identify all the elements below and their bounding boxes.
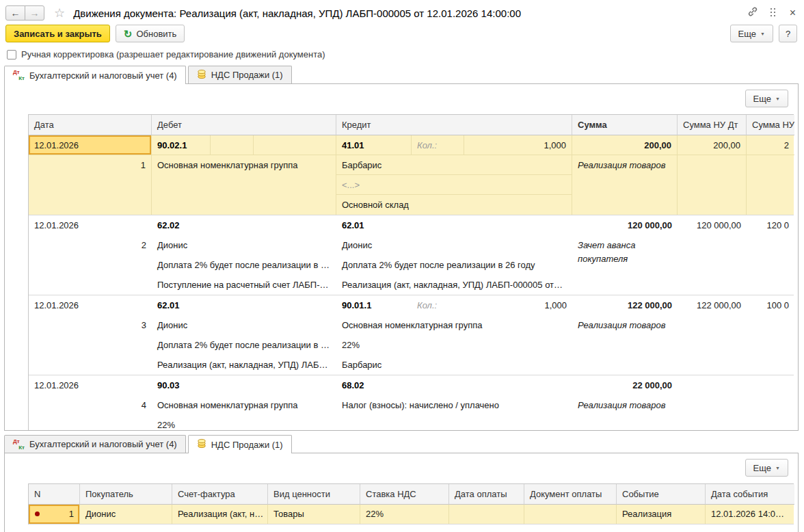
cell-sum-nu-dt[interactable]: 120 000,00 xyxy=(678,215,747,235)
cell-buyer[interactable]: Дионис xyxy=(80,505,172,524)
cell-date[interactable]: 12.01.2026 xyxy=(29,375,152,395)
cell-credit-analytics[interactable]: Дионис xyxy=(336,235,572,255)
cell-credit-analytics[interactable]: Реализация (акт, накладная, УПД) ЛАБП-00… xyxy=(336,275,572,295)
help-button[interactable]: ? xyxy=(779,25,797,42)
cell-debit-analytics[interactable]: Основная номенклатурная группа xyxy=(152,155,336,215)
posting-row-1[interactable]: 12.01.2026 90.02.1 41.01 Кол.: 1,000 200… xyxy=(29,135,794,215)
cell-credit-analytics[interactable]: 22% xyxy=(336,335,572,355)
cell-date[interactable]: 12.01.2026 xyxy=(29,215,152,235)
accounting-more-button[interactable]: Еще ▼ xyxy=(745,90,788,107)
cell-n[interactable]: 1 xyxy=(29,505,80,524)
favorite-star-icon[interactable]: ☆ xyxy=(54,7,65,19)
posting-row-3[interactable]: 12.01.2026 62.01 90.01.1 Кол.: 1,000 122… xyxy=(29,295,794,375)
close-icon[interactable]: × xyxy=(790,8,796,18)
col-header-pay-doc[interactable]: Документ оплаты xyxy=(524,484,617,505)
col-header-event[interactable]: Событие xyxy=(617,484,706,505)
cell-debit-analytics[interactable]: Доплата 2% будет после реализации в … xyxy=(152,335,336,355)
cell-credit-analytics[interactable]: <...> xyxy=(336,175,572,195)
cell-invoice[interactable]: Реализация (акт, н… xyxy=(172,505,268,524)
cell-sum-comment[interactable]: Реализация товаров xyxy=(572,395,678,431)
cell-credit-analytics[interactable]: Основной склад xyxy=(336,195,572,215)
cell-value-type[interactable]: Товары xyxy=(268,505,360,524)
cell-credit-account[interactable]: 68.02 xyxy=(336,375,572,395)
dtkt-icon: ДтКт xyxy=(13,439,25,450)
cell-event[interactable]: Реализация xyxy=(617,505,706,524)
menu-dots-icon[interactable] xyxy=(770,8,777,18)
col-header-n[interactable]: N xyxy=(29,484,80,505)
cell-sum[interactable]: 200,00 xyxy=(572,135,678,155)
col-header-vat-rate[interactable]: Ставка НДС xyxy=(360,484,449,505)
cell-event-date[interactable]: 12.01.2026 14:0… xyxy=(706,505,794,524)
vat-more-button[interactable]: Еще ▼ xyxy=(745,459,788,477)
cell-sum-nu-dt[interactable]: 200,00 xyxy=(678,135,747,155)
col-header-credit[interactable]: Кредит xyxy=(336,115,572,135)
col-header-sum[interactable]: Сумма xyxy=(572,115,678,135)
cell-sum-nu-kt[interactable]: 100 0 xyxy=(747,295,794,315)
col-header-sum-nu-dt[interactable]: Сумма НУ Дт xyxy=(678,115,747,135)
cell-pay-date[interactable] xyxy=(449,505,524,524)
vat-table-header: N Покупатель Счет-фактура Вид ценности С… xyxy=(29,484,794,505)
cell-debit-analytics[interactable]: Реализация (акт, накладная, УПД) ЛАБ… xyxy=(152,355,336,375)
link-icon[interactable] xyxy=(747,6,758,20)
posting-row-2[interactable]: 12.01.2026 62.02 62.01 120 000,00 120 00… xyxy=(29,215,794,295)
cell-sum-comment[interactable]: Реализация товаров xyxy=(572,315,678,375)
upper-tab-strip: ДтКт Бухгалтерский и налоговый учет (4) … xyxy=(0,66,804,83)
cell-sum-comment[interactable]: Реализация товаров xyxy=(572,155,678,215)
cell-sum[interactable]: 122 000,00 xyxy=(572,295,678,315)
col-header-pay-date[interactable]: Дата оплаты xyxy=(449,484,524,505)
cell-credit-analytics[interactable]: Доплата 2% будет после реализации в 26 г… xyxy=(336,255,572,275)
back-arrow-icon: ← xyxy=(11,8,21,18)
manual-adjustment-checkbox[interactable] xyxy=(7,50,16,59)
forward-button[interactable]: → xyxy=(25,5,44,21)
cell-debit-analytics[interactable]: Дионис xyxy=(152,315,336,335)
cell-debit-account[interactable]: 62.01 xyxy=(152,295,336,315)
tab-vat-top[interactable]: НДС Продажи (1) xyxy=(188,66,292,83)
save-close-button[interactable]: Записать и закрыть xyxy=(5,25,110,42)
col-header-event-date[interactable]: Дата события xyxy=(706,484,794,505)
coins-icon xyxy=(197,69,206,81)
cell-debit-account[interactable]: 62.02 xyxy=(152,215,336,235)
cell-pay-doc[interactable] xyxy=(524,505,617,524)
vat-row-1[interactable]: 1 Дионис Реализация (акт, н… Товары 22% … xyxy=(29,505,794,524)
refresh-button[interactable]: ↻ Обновить xyxy=(116,25,185,42)
cell-credit-analytics[interactable]: Основная номенклатурная группа xyxy=(336,315,572,335)
cell-sum[interactable]: 120 000,00 xyxy=(572,215,678,235)
cell-date[interactable]: 12.01.2026 xyxy=(29,295,152,315)
cell-debit-analytics[interactable]: Поступление на расчетный счет ЛАБП-… xyxy=(152,275,336,295)
cell-credit-account[interactable]: 41.01 xyxy=(336,135,412,155)
cell-sum-nu-kt[interactable]: 2 xyxy=(747,135,794,155)
tab-vat-bottom[interactable]: НДС Продажи (1) xyxy=(188,435,292,453)
col-header-debit[interactable]: Дебет xyxy=(152,115,336,135)
cell-debit-analytics[interactable]: 22% xyxy=(152,415,336,431)
cell-debit-account[interactable]: 90.03 xyxy=(152,375,336,395)
cell-sum-comment[interactable]: Зачет аванса покупателя xyxy=(572,235,678,295)
cell-debit-analytics[interactable]: Доплата 2% будет после реализации в … xyxy=(152,255,336,275)
cell-debit-analytics[interactable]: Дионис xyxy=(152,235,336,255)
cell-sum-nu-kt[interactable]: 120 0 xyxy=(747,215,794,235)
cell-credit-account[interactable]: 62.01 xyxy=(336,215,572,235)
tab-accounting-bottom[interactable]: ДтКт Бухгалтерский и налоговый учет (4) xyxy=(4,435,186,453)
col-header-date[interactable]: Дата xyxy=(29,115,152,135)
vat-panel: Еще ▼ N Покупатель Счет-фактура Вид ценн… xyxy=(4,453,799,532)
col-header-value-type[interactable]: Вид ценности xyxy=(268,484,360,505)
cell-debit-account[interactable]: 90.02.1 xyxy=(152,135,211,155)
cell-credit-analytics[interactable]: Барбарис xyxy=(336,155,572,175)
back-button[interactable]: ← xyxy=(5,5,25,21)
col-header-invoice[interactable]: Счет-фактура xyxy=(172,484,268,505)
accounting-table-header: Дата Дебет Кредит Сумма Сумма НУ Дт Сумм… xyxy=(29,115,794,135)
cell-vat-rate[interactable]: 22% xyxy=(360,505,449,524)
cell-credit-analytics[interactable]: Налог (взносы): начислено / уплачено xyxy=(336,395,572,431)
cell-sum-nu-dt[interactable]: 122 000,00 xyxy=(678,295,747,315)
col-header-sum-nu-kt[interactable]: Сумма НУ xyxy=(747,115,794,135)
cell-date[interactable]: 12.01.2026 xyxy=(29,135,152,155)
cell-credit-account[interactable]: 90.01.1 xyxy=(336,295,412,315)
form-more-button[interactable]: Еще ▼ xyxy=(730,25,773,42)
tab-accounting-top[interactable]: ДтКт Бухгалтерский и налоговый учет (4) xyxy=(4,66,186,84)
cell-debit-analytics[interactable]: Основная номенклатурная группа xyxy=(152,395,336,415)
cell-credit-analytics[interactable]: Барбарис xyxy=(336,355,572,375)
cell-qty-value[interactable]: 1,000 xyxy=(464,295,572,315)
cell-sum[interactable]: 22 000,00 xyxy=(572,375,678,395)
col-header-buyer[interactable]: Покупатель xyxy=(80,484,172,505)
posting-row-4[interactable]: 12.01.2026 90.03 68.02 22 000,00 4 Основ… xyxy=(29,375,794,431)
cell-qty-value[interactable]: 1,000 xyxy=(464,135,572,155)
